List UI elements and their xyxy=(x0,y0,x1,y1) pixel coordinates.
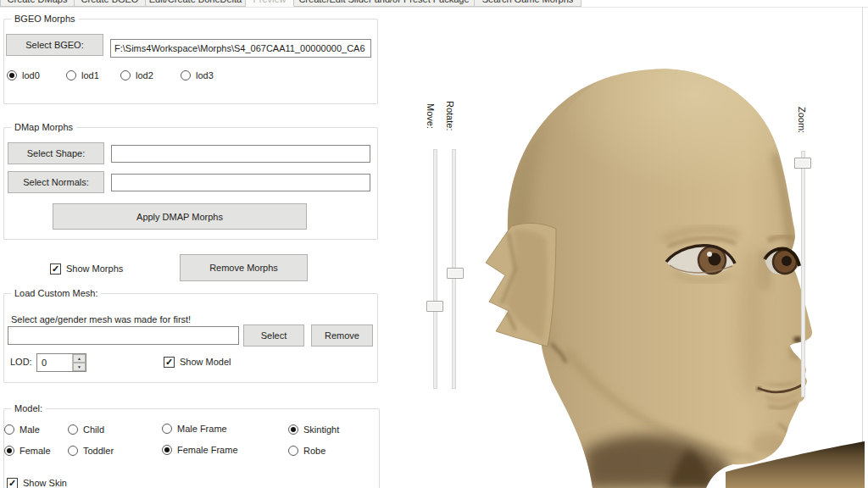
radio-dot xyxy=(68,446,78,456)
tab-edit-bonedelta[interactable]: Edit/Create BoneDelta xyxy=(146,0,246,7)
radio-lod0-label: lod0 xyxy=(22,70,40,80)
radio-dot xyxy=(162,445,172,455)
radio-lod2-label: lod2 xyxy=(136,70,153,80)
radio-toddler-label: Toddler xyxy=(83,446,114,456)
radio-male-frame-label: Male Frame xyxy=(177,424,227,434)
zoom-slider-thumb[interactable] xyxy=(794,158,811,169)
radio-dot xyxy=(4,446,14,456)
show-skin-label: Show Skin xyxy=(23,478,67,488)
radio-male-label: Male xyxy=(19,424,40,435)
radio-female-frame[interactable]: Female Frame xyxy=(162,444,238,456)
rotate-slider-thumb[interactable] xyxy=(447,268,464,279)
show-skin-checkbox[interactable]: ✓ Show Skin xyxy=(7,477,67,488)
radio-female-label: Female xyxy=(19,446,51,456)
checkbox-box: ✓ xyxy=(164,357,175,368)
radio-dot xyxy=(68,424,78,435)
radio-skintight[interactable]: Skintight xyxy=(288,424,339,435)
move-slider-thumb[interactable] xyxy=(426,301,443,312)
radio-dot xyxy=(162,424,172,434)
model-group-title: Model: xyxy=(11,403,46,413)
custom-mesh-input[interactable] xyxy=(8,326,239,345)
radio-lod0[interactable]: lod0 xyxy=(7,69,40,81)
mesh-remove-button[interactable]: Remove xyxy=(311,324,373,347)
bgeo-morphs-group-title: BGEO Morphs xyxy=(11,14,79,24)
radio-dot xyxy=(120,70,131,80)
radio-female[interactable]: Female xyxy=(4,445,51,457)
radio-dot xyxy=(181,70,191,80)
remove-morphs-button[interactable]: Remove Morphs xyxy=(180,254,308,281)
bgeo-morphs-group: BGEO Morphs xyxy=(3,19,378,104)
spinner-up-icon[interactable]: ▲ xyxy=(73,354,86,363)
show-model-checkbox[interactable]: ✓ Show Model xyxy=(164,356,231,368)
radio-lod1-label: lod1 xyxy=(81,70,99,80)
checkbox-box: ✓ xyxy=(7,478,18,488)
radio-dot xyxy=(7,70,17,80)
bgeo-path-input[interactable]: F:\Sims4Workspace\Morphs\S4_067CAA11_000… xyxy=(110,39,371,58)
move-slider-label: Move: xyxy=(426,103,436,129)
radio-child[interactable]: Child xyxy=(68,424,104,435)
radio-robe-label: Robe xyxy=(303,446,326,456)
mesh-select-button[interactable]: Select xyxy=(243,324,304,347)
radio-lod3[interactable]: lod3 xyxy=(181,69,214,81)
lod-label: LOD: xyxy=(10,357,32,367)
dmap-morphs-group-title: DMap Morphs xyxy=(11,122,76,132)
mesh-instruction-label: Select age/gender mesh was made for firs… xyxy=(11,314,191,324)
radio-dot xyxy=(66,70,76,80)
radio-female-frame-label: Female Frame xyxy=(177,445,238,455)
radio-skintight-label: Skintight xyxy=(303,424,339,435)
lod-spinner: ▲ ▼ xyxy=(72,354,86,371)
select-bgeo-button[interactable]: Select BGEO: xyxy=(6,34,103,56)
radio-dot xyxy=(288,424,298,435)
radio-dot xyxy=(4,424,14,435)
checkmark-icon: ✓ xyxy=(8,478,16,488)
radio-robe[interactable]: Robe xyxy=(288,445,326,457)
move-slider-track[interactable] xyxy=(433,149,437,389)
radio-child-label: Child xyxy=(83,424,104,435)
checkbox-box: ✓ xyxy=(50,263,61,274)
select-normals-button[interactable]: Select Normals: xyxy=(8,171,104,193)
radio-lod2[interactable]: lod2 xyxy=(120,69,153,81)
zoom-slider-label: Zoom: xyxy=(797,107,807,133)
tabstrip-divider xyxy=(0,7,868,8)
radio-dot xyxy=(288,446,298,456)
morphmaker-window: Create DMaps Create BGEO Edit/Create Bon… xyxy=(0,0,868,488)
show-model-label: Show Model xyxy=(180,357,231,367)
checkmark-icon: ✓ xyxy=(165,357,173,367)
radio-lod3-label: lod3 xyxy=(196,70,214,80)
radio-male-frame[interactable]: Male Frame xyxy=(162,423,227,435)
checkmark-icon: ✓ xyxy=(52,263,59,274)
tab-bar: Create DMaps Create BGEO Edit/Create Bon… xyxy=(0,0,581,7)
tab-preview[interactable]: Preview xyxy=(246,0,294,7)
radio-toddler[interactable]: Toddler xyxy=(68,445,114,457)
lod-value: 0 xyxy=(37,354,72,371)
apply-dmap-morphs-button[interactable]: Apply DMAP Morphs xyxy=(53,203,307,230)
normals-path-input[interactable] xyxy=(111,174,370,191)
show-morphs-checkbox[interactable]: ✓ Show Morphs xyxy=(50,263,123,274)
lod-stepper[interactable]: 0 ▲ ▼ xyxy=(36,353,86,372)
zoom-slider-track[interactable] xyxy=(801,151,805,397)
radio-lod1[interactable]: lod1 xyxy=(66,69,99,81)
tab-create-dmaps[interactable]: Create DMaps xyxy=(0,0,75,7)
load-custom-mesh-group-title: Load Custom Mesh: xyxy=(11,288,101,298)
rotate-slider-label: Rotate: xyxy=(445,101,455,130)
shape-path-input[interactable] xyxy=(111,145,370,163)
radio-male[interactable]: Male xyxy=(4,424,40,435)
select-shape-button[interactable]: Select Shape: xyxy=(8,142,104,164)
tab-search-morphs[interactable]: Search Game Morphs xyxy=(475,0,581,7)
tab-create-bgeo[interactable]: Create BGEO xyxy=(75,0,146,7)
spinner-down-icon[interactable]: ▼ xyxy=(73,363,86,371)
show-morphs-label: Show Morphs xyxy=(66,263,123,274)
tab-slider-package[interactable]: Create/Edit Slider and/or Preset Package xyxy=(294,0,475,7)
